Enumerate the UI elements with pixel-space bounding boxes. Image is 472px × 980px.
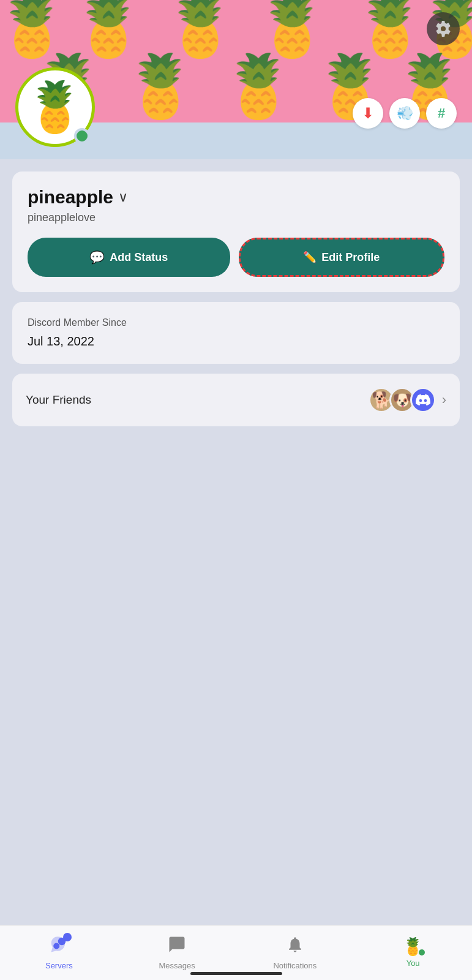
username: pineapple xyxy=(28,187,113,208)
notifications-label: Notifications xyxy=(273,961,317,970)
chat-bubble-icon: 💬 xyxy=(89,250,105,265)
avatar-emoji: 🍍 xyxy=(24,83,86,132)
add-status-label: Add Status xyxy=(110,251,168,264)
username-row: pineapple ∨ xyxy=(28,187,444,208)
you-icon: 🍍 xyxy=(402,938,424,956)
pencil-icon: ✏️ xyxy=(303,251,317,264)
profile-content: pineapple ∨ pineapplelove 💬 Add Status ✏… xyxy=(0,159,472,925)
speed-button[interactable]: 💨 xyxy=(389,98,420,129)
messages-icon xyxy=(168,935,186,958)
gear-icon xyxy=(435,20,452,37)
you-online-badge xyxy=(418,948,426,957)
discord-icon xyxy=(416,393,430,407)
edit-profile-label: Edit Profile xyxy=(321,251,380,264)
nitro-download-button[interactable]: ⬇ xyxy=(353,98,383,129)
you-label: You xyxy=(406,959,420,968)
servers-icon xyxy=(50,935,68,958)
nav-item-messages[interactable]: Messages xyxy=(152,935,201,970)
friend-avatar-3 xyxy=(410,387,436,413)
add-status-button[interactable]: 💬 Add Status xyxy=(28,238,230,277)
servers-badge xyxy=(63,933,72,941)
nav-item-notifications[interactable]: Notifications xyxy=(271,935,320,970)
member-since-label: Discord Member Since xyxy=(28,317,444,328)
svg-point-1 xyxy=(54,943,60,949)
settings-button[interactable] xyxy=(427,12,460,45)
hash-button[interactable]: # xyxy=(426,98,457,129)
avatar-section: 🍍 ⬇ 💨 # xyxy=(0,123,472,159)
friends-right: 🐕 🐶 › xyxy=(369,387,446,413)
home-indicator xyxy=(190,972,282,975)
online-status-dot xyxy=(74,128,90,144)
messages-label: Messages xyxy=(159,961,195,970)
member-since-card: Discord Member Since Jul 13, 2022 xyxy=(12,302,460,364)
friends-card[interactable]: Your Friends 🐕 🐶 › xyxy=(12,374,460,426)
edit-profile-button[interactable]: ✏️ Edit Profile xyxy=(239,238,445,277)
nav-item-you[interactable]: 🍍 You xyxy=(389,938,438,968)
servers-label: Servers xyxy=(45,961,73,970)
user-handle: pineapplelove xyxy=(28,211,444,224)
member-since-date: Jul 13, 2022 xyxy=(28,334,444,349)
nav-item-servers[interactable]: Servers xyxy=(34,935,83,970)
profile-card: pineapple ∨ pineapplelove 💬 Add Status ✏… xyxy=(12,172,460,292)
action-icons: ⬇ 💨 # xyxy=(353,98,457,129)
chevron-right-icon: › xyxy=(442,392,446,408)
profile-buttons: 💬 Add Status ✏️ Edit Profile xyxy=(28,238,444,277)
chevron-down-icon[interactable]: ∨ xyxy=(118,189,128,205)
notifications-icon xyxy=(286,935,304,958)
friends-label: Your Friends xyxy=(26,393,91,407)
avatar-wrapper: 🍍 xyxy=(15,67,95,147)
